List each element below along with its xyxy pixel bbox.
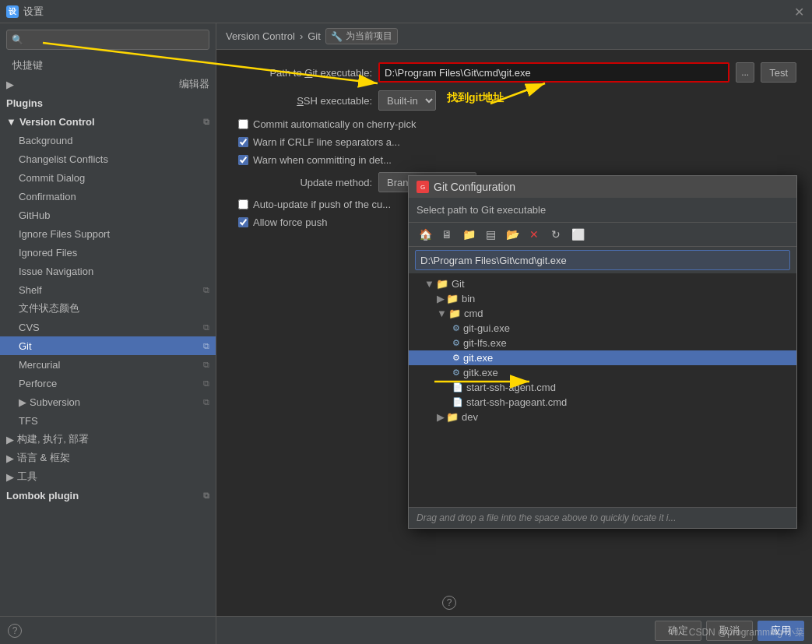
- file-icon: 📄: [452, 397, 463, 407]
- sidebar-item-file-status-colors[interactable]: 文件状态颜色: [0, 299, 216, 318]
- cherry-pick-checkbox[interactable]: [238, 119, 248, 129]
- toolbar-home-btn[interactable]: 🏠: [415, 226, 435, 243]
- sidebar-item-issue-navigation[interactable]: Issue Navigation: [0, 262, 216, 280]
- sidebar-item-label: 构建, 执行, 部署: [17, 432, 89, 446]
- test-button[interactable]: Test: [761, 62, 796, 83]
- sidebar-item-tfs[interactable]: TFS: [0, 411, 216, 430]
- search-bar[interactable]: 🔍: [6, 30, 209, 50]
- sidebar-item-git[interactable]: Git ⧉: [0, 336, 216, 355]
- ssh-row: SSH executable: Built-inNative: [232, 90, 796, 111]
- copy-icon: ⧉: [203, 397, 209, 407]
- sidebar-item-mercurial[interactable]: Mercurial ⧉: [0, 355, 216, 374]
- sidebar-items: 快捷键 ▶ 编辑器 Plugins ▼ Version Control ⧉ Ba…: [0, 56, 216, 616]
- sidebar-item-label: Background: [19, 135, 72, 146]
- dialog-title: Git Configuration: [434, 181, 515, 193]
- commit-detached-label: Warn when committing in det...: [253, 154, 392, 166]
- tree-item-dev[interactable]: ▶ 📁 dev: [409, 410, 796, 424]
- expand-arrow-icon: ▼: [6, 116, 16, 128]
- ssh-select[interactable]: Built-inNative: [378, 90, 436, 111]
- toolbar-view-btn[interactable]: ▤: [480, 226, 501, 243]
- toolbar-folder-btn[interactable]: 📁: [459, 226, 479, 243]
- window-title: 设置: [23, 5, 44, 19]
- sidebar-item-label: Ignore Files Support: [19, 228, 110, 240]
- sidebar-item-label: Issue Navigation: [19, 266, 93, 277]
- sidebar-item-lombok[interactable]: Lombok plugin ⧉: [0, 486, 216, 505]
- toolbar-select-btn[interactable]: ⬜: [568, 226, 588, 243]
- copy-icon: ⧉: [203, 285, 209, 295]
- tree-item-bin[interactable]: ▶ 📁 bin: [409, 291, 796, 306]
- browse-button[interactable]: ...: [736, 62, 754, 83]
- commit-detached-row: Warn when committing in det...: [232, 154, 796, 166]
- sidebar-item-plugins[interactable]: Plugins: [0, 93, 216, 112]
- close-button[interactable]: ✕: [794, 5, 804, 19]
- expand-arrow-icon: ▶: [6, 434, 14, 445]
- sidebar-item-language[interactable]: ▶ 语言 & 框架: [0, 449, 216, 467]
- sidebar-item-label: 编辑器: [179, 77, 209, 91]
- tree-item-label: gitk.exe: [463, 367, 498, 378]
- sidebar-item-label: Changelist Conflicts: [19, 153, 108, 165]
- cherry-pick-label: Commit automatically on cherry-pick: [253, 118, 417, 130]
- tree-item-label: git.exe: [463, 352, 493, 364]
- sidebar-item-tools[interactable]: ▶ 工具: [0, 467, 216, 486]
- sidebar-item-shelf[interactable]: Shelf ⧉: [0, 280, 216, 299]
- sidebar-item-cvs[interactable]: CVS ⧉: [0, 318, 216, 336]
- dialog-title-bar: G Git Configuration: [409, 176, 796, 198]
- tree-item-git-folder[interactable]: ▼ 📁 Git: [409, 276, 796, 291]
- sidebar-item-ignore-files-support[interactable]: Ignore Files Support: [0, 224, 216, 243]
- breadcrumb-sep1: ›: [300, 30, 303, 42]
- toolbar-desktop-btn[interactable]: 🖥: [437, 226, 457, 243]
- update-method-label: Update method:: [232, 177, 372, 188]
- crlf-checkbox[interactable]: [238, 137, 248, 147]
- search-icon: 🔍: [12, 34, 23, 45]
- tree-item-label: start-ssh-pageant.cmd: [466, 396, 567, 408]
- apply-button[interactable]: 应用: [758, 621, 804, 641]
- auto-update-checkbox[interactable]: [238, 199, 248, 209]
- search-input[interactable]: [26, 34, 204, 45]
- tree-item-ssh-agent[interactable]: 📄 start-ssh-agent.cmd: [409, 380, 796, 395]
- sidebar-item-background[interactable]: Background: [0, 131, 216, 150]
- tree-item-git-gui-exe[interactable]: ⚙ git-gui.exe: [409, 321, 796, 336]
- sidebar-item-confirmation[interactable]: Confirmation: [0, 187, 216, 206]
- copy-icon: ⧉: [203, 117, 209, 127]
- tree-item-gitk-exe[interactable]: ⚙ gitk.exe: [409, 365, 796, 380]
- sidebar-item-github[interactable]: GitHub: [0, 206, 216, 224]
- title-bar: 设 设置 ✕: [0, 0, 812, 23]
- tree-item-git-exe[interactable]: ⚙ git.exe: [409, 350, 796, 365]
- commit-detached-checkbox[interactable]: [238, 155, 248, 165]
- ok-button[interactable]: 确定: [655, 621, 701, 641]
- sidebar-item-label: Mercurial: [19, 359, 60, 371]
- sidebar-item-version-control[interactable]: ▼ Version Control ⧉: [0, 112, 216, 131]
- tree-item-ssh-pageant[interactable]: 📄 start-ssh-pageant.cmd: [409, 395, 796, 410]
- force-push-checkbox[interactable]: [238, 217, 248, 227]
- sidebar-item-ignored-files[interactable]: Ignored Files: [0, 243, 216, 262]
- cherry-pick-row: Commit automatically on cherry-pick: [232, 118, 796, 130]
- expand-arrow-icon: ▶: [6, 471, 14, 483]
- breadcrumb: Version Control › Git 🔧 为当前项目: [216, 23, 812, 50]
- git-path-input[interactable]: [378, 62, 729, 83]
- folder-icon: 📁: [436, 278, 448, 290]
- sidebar: 🔍 快捷键 ▶ 编辑器 Plugins ▼ Version Control ⧉: [0, 23, 216, 644]
- toolbar-new-folder-btn[interactable]: 📂: [502, 226, 522, 243]
- sidebar-item-subversion[interactable]: ▶ Subversion ⧉: [0, 392, 216, 411]
- tree-item-cmd[interactable]: ▼ 📁 cmd: [409, 306, 796, 321]
- sidebar-item-label: Subversion: [30, 396, 80, 408]
- dialog-subtitle: Select path to Git executable: [409, 198, 796, 223]
- sidebar-item-editor[interactable]: ▶ 编辑器: [0, 75, 216, 93]
- sidebar-item-changelist-conflicts[interactable]: Changelist Conflicts: [0, 150, 216, 168]
- tree-item-git-lfs-exe[interactable]: ⚙ git-lfs.exe: [409, 336, 796, 350]
- toolbar-refresh-btn[interactable]: ↻: [546, 226, 566, 243]
- arrow-icon: ▶: [6, 79, 14, 90]
- breadcrumb-git: Git: [308, 30, 321, 42]
- sidebar-item-label: Confirmation: [19, 191, 76, 202]
- toolbar-delete-btn[interactable]: ✕: [524, 226, 544, 243]
- help-button[interactable]: ?: [8, 624, 22, 638]
- sidebar-item-shortcuts[interactable]: 快捷键: [0, 56, 216, 75]
- dialog-path-input[interactable]: [415, 250, 790, 270]
- git-path-label: Path to Git executable:: [232, 67, 372, 79]
- content-help-button[interactable]: ?: [442, 596, 456, 610]
- sidebar-item-commit-dialog[interactable]: Commit Dialog: [0, 168, 216, 187]
- tree-item-label: dev: [462, 411, 478, 423]
- cancel-button[interactable]: 取消: [706, 621, 753, 641]
- sidebar-item-perforce[interactable]: Perforce ⧉: [0, 374, 216, 392]
- sidebar-item-build[interactable]: ▶ 构建, 执行, 部署: [0, 430, 216, 449]
